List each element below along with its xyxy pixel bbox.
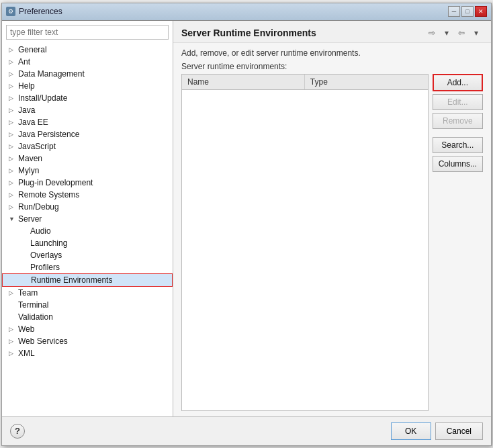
tree-item-remote-systems[interactable]: ▷ Remote Systems [2,189,173,201]
runtime-environments-table: Name Type [181,74,429,411]
tree-item-label: JavaScript [18,142,56,151]
tree-item-javascript[interactable]: ▷ JavaScript [2,140,173,152]
tree-item-launching[interactable]: Launching [2,237,173,249]
arrow-icon: ▷ [9,107,17,114]
preferences-dialog: ⚙ Preferences ─ □ ✕ ▷ General ▷ Ant [1,3,492,446]
tree-item-label: Profilers [30,263,60,272]
minimize-button[interactable]: ─ [448,6,460,17]
action-buttons: Add... Edit... Remove Search... Columns.… [433,74,483,411]
tree-item-java-persistence[interactable]: ▷ Java Persistence [2,128,173,140]
tree-item-label: General [18,45,47,54]
dropdown-arrow2-icon[interactable]: ▾ [469,26,483,40]
arrow-icon: ▷ [9,191,17,198]
add-button[interactable]: Add... [433,74,483,91]
help-button[interactable]: ? [10,424,25,439]
arrow-icon: ▷ [9,143,17,150]
tree-item-runtime-environments[interactable]: Runtime Environments [2,273,173,287]
arrow-icon: ▷ [9,131,17,138]
back-icon[interactable]: ⇦ [455,26,468,40]
remove-button[interactable]: Remove [433,113,483,129]
tree-item-label: Mylyn [18,166,39,175]
arrow-icon: ▷ [9,46,17,53]
tree-item-validation[interactable]: Validation [2,311,173,323]
tree-item-plugin-development[interactable]: ▷ Plug-in Development [2,177,173,189]
tree-item-web-services[interactable]: ▷ Web Services [2,335,173,347]
tree-item-mylyn[interactable]: ▷ Mylyn [2,165,173,177]
tree-item-team[interactable]: ▷ Team [2,287,173,299]
close-button[interactable]: ✕ [475,6,487,17]
arrow-icon: ▷ [9,71,17,77]
tree-item-label: Java [18,105,35,115]
arrow-icon: ▷ [9,58,17,65]
tree-container: ▷ General ▷ Ant ▷ Data Management ▷ Help [2,44,173,416]
edit-button[interactable]: Edit... [433,94,483,110]
tree-item-label: XML [18,349,35,358]
tree-item-label: Remote Systems [18,190,79,199]
tree-item-label: Validation [18,312,53,322]
search-button[interactable]: Search... [433,137,483,153]
bottom-bar: ? OK Cancel [2,416,491,445]
tree-item-install-update[interactable]: ▷ Install/Update [2,92,173,104]
arrow-icon: ▷ [9,289,17,296]
tree-item-profilers[interactable]: Profilers [2,261,173,273]
arrow-icon: ▷ [9,338,17,345]
tree-item-label: Help [18,81,35,91]
tree-item-maven[interactable]: ▷ Maven [2,152,173,165]
dialog-content: ▷ General ▷ Ant ▷ Data Management ▷ Help [2,21,491,416]
maximize-button[interactable]: □ [461,6,474,17]
arrow-icon: ▷ [9,83,17,89]
arrow-icon: ▷ [9,179,17,186]
table-header: Name Type [182,75,428,90]
filter-input[interactable] [6,25,169,40]
tree-item-label: Java EE [18,118,48,127]
tree-item-label: Overlays [30,251,62,260]
tree-item-terminal[interactable]: Terminal [2,299,173,311]
dialog-buttons: OK Cancel [391,422,483,440]
ok-button[interactable]: OK [391,422,431,440]
tree-item-label: Web Services [18,337,68,346]
tree-item-label: Run/Debug [18,202,59,212]
cancel-button[interactable]: Cancel [435,422,483,440]
arrow-icon: ▷ [9,155,17,162]
tree-item-audio[interactable]: Audio [2,225,173,237]
header-icons: ⇨ ▾ ⇦ ▾ [425,26,483,40]
left-panel: ▷ General ▷ Ant ▷ Data Management ▷ Help [2,21,173,416]
tree-item-label: Install/Update [18,93,67,103]
tree-item-java-ee[interactable]: ▷ Java EE [2,116,173,128]
columns-button[interactable]: Columns... [433,156,483,172]
tree-item-java[interactable]: ▷ Java [2,104,173,116]
tree-item-label: Server [18,214,42,224]
arrow-icon: ▷ [9,350,17,357]
forward-icon[interactable]: ⇨ [425,26,439,40]
title-bar-left: ⚙ Preferences [6,7,62,16]
dropdown-arrow-icon[interactable]: ▾ [440,26,453,40]
tree-item-general[interactable]: ▷ General [2,44,173,56]
tree-item-web[interactable]: ▷ Web [2,323,173,335]
arrow-icon: ▷ [9,167,17,174]
table-area: Name Type Add... Edit... Remove Search..… [181,74,483,411]
tree-item-run-debug[interactable]: ▷ Run/Debug [2,201,173,213]
tree-item-xml[interactable]: ▷ XML [2,347,173,359]
dialog-icon: ⚙ [6,7,15,16]
tree-item-label: Maven [18,154,42,163]
tree-item-label: Launching [30,238,67,248]
description-text: Add, remove, or edit server runtime envi… [181,48,483,58]
column-name: Name [182,75,305,89]
right-panel: Server Runtime Environments ⇨ ▾ ⇦ ▾ Add,… [173,21,491,416]
tree-item-data-management[interactable]: ▷ Data Management [2,68,173,80]
tree-item-label: Runtime Environments [31,275,112,285]
title-bar: ⚙ Preferences ─ □ ✕ [2,3,491,21]
tree-item-label: Team [18,288,38,298]
right-panel-header: Server Runtime Environments ⇨ ▾ ⇦ ▾ [173,21,491,43]
tree-item-label: Plug-in Development [18,178,93,187]
tree-item-overlays[interactable]: Overlays [2,249,173,261]
tree-item-server[interactable]: ▼ Server [2,213,173,225]
tree-item-label: Java Persistence [18,130,79,139]
tree-item-help[interactable]: ▷ Help [2,80,173,92]
tree-item-label: Terminal [18,300,48,310]
arrow-icon: ▷ [9,204,17,210]
tree-item-ant[interactable]: ▷ Ant [2,56,173,68]
table-body [182,90,428,410]
dialog-title: Preferences [19,7,62,16]
section-label: Server runtime environments: [181,62,483,71]
